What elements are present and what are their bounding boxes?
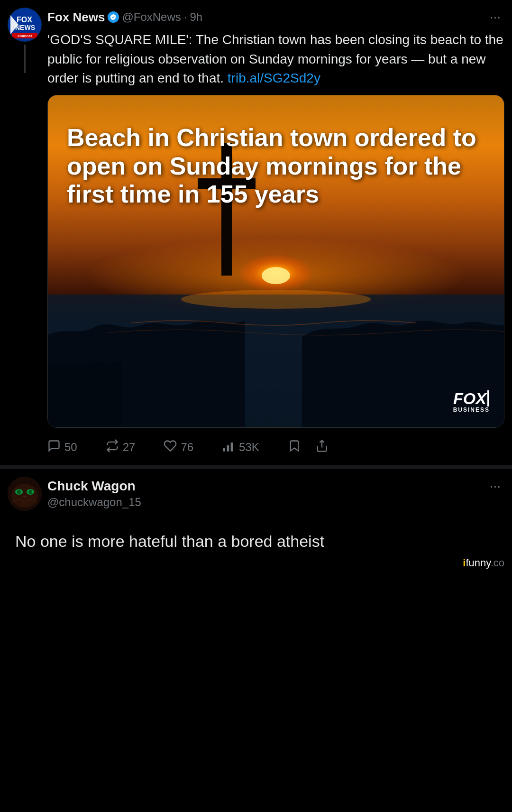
verified-badge [108,11,119,23]
chuck-avatar-svg [8,477,42,511]
fox-biz-sub: BUSINESS [453,406,490,413]
views-action[interactable]: 53K [222,439,259,456]
reply-meta: Chuck Wagon ··· @chuckwagon_15 [47,477,504,509]
fox-business-logo: FOX BUSINESS [453,390,490,413]
svg-point-24 [23,496,26,498]
fox-avatar[interactable]: FOX NEWS channel [8,8,42,42]
svg-point-9 [262,267,290,284]
retweet-icon [106,439,119,456]
chuck-reply-text: No one is more hateful than a bored athe… [8,530,504,553]
bookmark-action[interactable] [288,439,301,456]
fox-avatar-col: FOX NEWS channel [8,8,42,73]
comment-action[interactable]: 50 [47,439,77,456]
chuck-display-name: Chuck Wagon [47,479,136,494]
views-count: 53K [239,441,259,454]
ifunny-watermark: ifunny.co [0,553,512,573]
news-card[interactable]: Beach in Christian town ordered to open … [47,95,504,428]
tweet-meta: Fox News @FoxNews · 9h ··· [47,8,504,27]
thread-line [24,45,26,73]
svg-point-11 [181,290,371,309]
news-card-headline: Beach in Christian town ordered to open … [67,124,485,209]
svg-point-22 [17,489,21,494]
comment-icon [47,439,61,456]
reply-name-row: Chuck Wagon ··· [47,477,504,496]
chuck-username: @chuckwagon_15 [47,496,504,509]
chuck-avatar[interactable] [8,477,42,511]
heart-icon [164,439,177,456]
chuck-avatar-inner [8,477,42,511]
chuck-more-button[interactable]: ··· [486,477,504,496]
svg-text:channel: channel [18,34,32,38]
svg-rect-16 [231,443,233,452]
svg-rect-15 [227,445,229,452]
ifunny-co: .co [491,557,504,569]
share-action[interactable] [315,439,329,456]
fox-username: @FoxNews [122,10,181,24]
ifunny-funny: funny [466,557,490,569]
tweet-actions: 50 27 [47,435,504,463]
like-action[interactable]: 76 [164,439,193,456]
fox-tweet-content: Fox News @FoxNews · 9h ··· 'GOD'S SQUARE… [47,8,504,463]
like-count: 76 [181,441,193,454]
news-image: Beach in Christian town ordered to open … [48,95,504,427]
share-icon [315,439,329,456]
svg-text:FOX: FOX [17,16,32,24]
tweet-divider [0,465,512,469]
svg-rect-14 [223,448,225,451]
fox-tweet-link[interactable]: trib.al/SG2Sd2y [228,71,320,85]
fox-logo-svg: FOX NEWS channel [8,8,41,41]
bookmark-icon [288,439,301,456]
fox-tweet: FOX NEWS channel Fox News @FoxNe [0,0,512,463]
fox-biz-text: FOX [453,390,486,406]
fox-display-name: Fox News [47,10,105,25]
fox-more-button[interactable]: ··· [486,8,504,27]
fox-tweet-text: 'GOD'S SQUARE MILE': The Christian town … [47,30,504,88]
retweet-count: 27 [123,441,136,454]
reply-tweet: Chuck Wagon ··· @chuckwagon_15 No one is… [0,469,512,553]
reply-header: Chuck Wagon ··· @chuckwagon_15 [8,477,504,511]
comment-count: 50 [64,441,77,454]
time-dot: · [184,10,187,24]
views-icon [222,439,235,456]
svg-point-23 [28,489,32,494]
retweet-action[interactable]: 27 [106,439,136,456]
fox-tweet-time: 9h [190,10,202,24]
svg-text:NEWS: NEWS [15,24,35,31]
